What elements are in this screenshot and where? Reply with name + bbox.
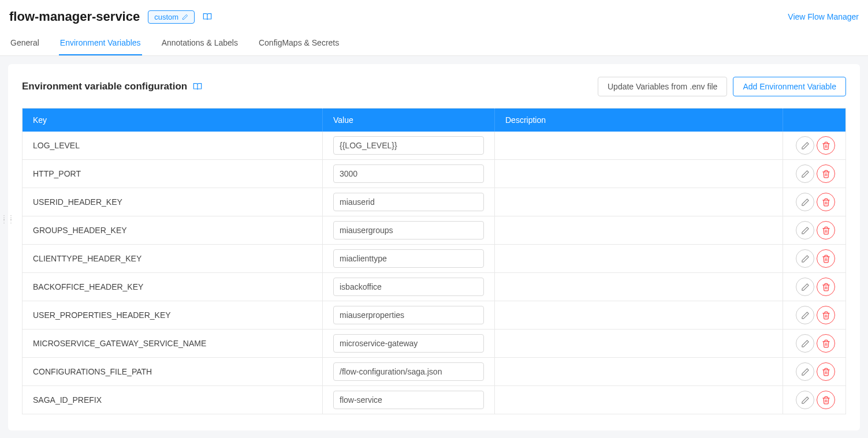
trash-icon <box>822 339 830 348</box>
book-icon[interactable] <box>193 82 202 91</box>
custom-badge-label: custom <box>154 13 178 21</box>
delete-button[interactable] <box>817 136 835 155</box>
table-row: CLIENTTYPE_HEADER_KEY <box>23 245 846 273</box>
table-row: SAGA_ID_PREFIX <box>23 386 846 414</box>
view-flow-manager-link[interactable]: View Flow Manager <box>788 12 859 21</box>
env-description <box>495 160 783 188</box>
env-key: SAGA_ID_PREFIX <box>23 386 323 414</box>
page-header: flow-manager-service custom View Flow Ma… <box>0 0 868 56</box>
edit-button[interactable] <box>796 278 814 296</box>
env-value-input[interactable] <box>333 249 484 268</box>
pencil-icon <box>801 311 810 320</box>
env-var-table: Key Value Description LOG_LEVELHTTP_PORT… <box>22 108 846 414</box>
env-key: HTTP_PORT <box>23 160 323 188</box>
env-value-input[interactable] <box>333 193 484 211</box>
book-icon[interactable] <box>203 12 212 21</box>
delete-button[interactable] <box>817 334 835 353</box>
pencil-icon <box>801 226 810 235</box>
env-key: LOG_LEVEL <box>23 132 323 160</box>
custom-badge[interactable]: custom <box>148 10 195 24</box>
pencil-icon <box>182 14 188 20</box>
delete-button[interactable] <box>817 193 835 211</box>
edit-button[interactable] <box>796 164 814 183</box>
trash-icon <box>822 368 830 376</box>
edit-button[interactable] <box>796 306 814 324</box>
table-header-key: Key <box>23 108 323 132</box>
env-key: BACKOFFICE_HEADER_KEY <box>23 273 323 301</box>
env-value-input[interactable] <box>333 391 484 409</box>
trash-icon <box>822 311 830 320</box>
pencil-icon <box>801 170 810 178</box>
update-from-env-button[interactable]: Update Variables from .env file <box>598 77 727 96</box>
tab-general[interactable]: General <box>9 32 40 55</box>
env-description <box>495 386 783 414</box>
trash-icon <box>822 283 830 291</box>
pencil-icon <box>801 339 810 348</box>
table-row: MICROSERVICE_GATEWAY_SERVICE_NAME <box>23 330 846 358</box>
trash-icon <box>822 396 830 405</box>
table-row: CONFIGURATIONS_FILE_PATH <box>23 358 846 386</box>
tab-annotations-labels[interactable]: Annotations & Labels <box>161 32 239 55</box>
section-title: Environment variable configuration <box>22 81 187 92</box>
env-key: USER_PROPERTIES_HEADER_KEY <box>23 301 323 330</box>
env-value-input[interactable] <box>333 278 484 296</box>
env-key: MICROSERVICE_GATEWAY_SERVICE_NAME <box>23 330 323 358</box>
edit-button[interactable] <box>796 249 814 268</box>
tab-configmaps-secrets[interactable]: ConfigMaps & Secrets <box>258 32 340 55</box>
add-env-var-button[interactable]: Add Environment Variable <box>733 77 846 96</box>
tabs: GeneralEnvironment VariablesAnnotations … <box>9 32 859 55</box>
table-header-description: Description <box>495 108 783 132</box>
env-key: USERID_HEADER_KEY <box>23 188 323 216</box>
edit-button[interactable] <box>796 391 814 409</box>
page-title: flow-manager-service <box>9 9 140 24</box>
env-description <box>495 245 783 273</box>
table-row: GROUPS_HEADER_KEY <box>23 216 846 245</box>
tab-environment-variables[interactable]: Environment Variables <box>59 32 142 55</box>
pencil-icon <box>801 254 810 263</box>
delete-button[interactable] <box>817 278 835 296</box>
env-key: CONFIGURATIONS_FILE_PATH <box>23 358 323 386</box>
drag-handle-icon: ⋮⋮⋮⋮ <box>1 216 15 223</box>
env-key: GROUPS_HEADER_KEY <box>23 216 323 245</box>
table-row: BACKOFFICE_HEADER_KEY <box>23 273 846 301</box>
table-row: LOG_LEVEL <box>23 132 846 160</box>
env-var-card: Environment variable configuration Updat… <box>8 64 860 430</box>
env-value-input[interactable] <box>333 221 484 239</box>
delete-button[interactable] <box>817 164 835 183</box>
trash-icon <box>822 198 830 207</box>
env-description <box>495 216 783 245</box>
trash-icon <box>822 141 830 150</box>
pencil-icon <box>801 141 810 150</box>
table-header-actions <box>783 108 846 132</box>
edit-button[interactable] <box>796 136 814 155</box>
env-value-input[interactable] <box>333 306 484 324</box>
delete-button[interactable] <box>817 249 835 268</box>
pencil-icon <box>801 198 810 207</box>
table-row: HTTP_PORT <box>23 160 846 188</box>
edit-button[interactable] <box>796 193 814 211</box>
env-value-input[interactable] <box>333 362 484 381</box>
pencil-icon <box>801 396 810 405</box>
edit-button[interactable] <box>796 334 814 353</box>
delete-button[interactable] <box>817 391 835 409</box>
trash-icon <box>822 170 830 178</box>
env-description <box>495 301 783 330</box>
env-description <box>495 132 783 160</box>
delete-button[interactable] <box>817 306 835 324</box>
edit-button[interactable] <box>796 362 814 381</box>
table-header-value: Value <box>323 108 495 132</box>
edit-button[interactable] <box>796 221 814 239</box>
env-description <box>495 188 783 216</box>
trash-icon <box>822 254 830 263</box>
pencil-icon <box>801 283 810 291</box>
table-row: USERID_HEADER_KEY <box>23 188 846 216</box>
env-key: CLIENTTYPE_HEADER_KEY <box>23 245 323 273</box>
env-value-input[interactable] <box>333 164 484 183</box>
env-value-input[interactable] <box>333 136 484 155</box>
table-row: USER_PROPERTIES_HEADER_KEY <box>23 301 846 330</box>
delete-button[interactable] <box>817 362 835 381</box>
env-value-input[interactable] <box>333 334 484 353</box>
pencil-icon <box>801 368 810 376</box>
env-description <box>495 358 783 386</box>
delete-button[interactable] <box>817 221 835 239</box>
